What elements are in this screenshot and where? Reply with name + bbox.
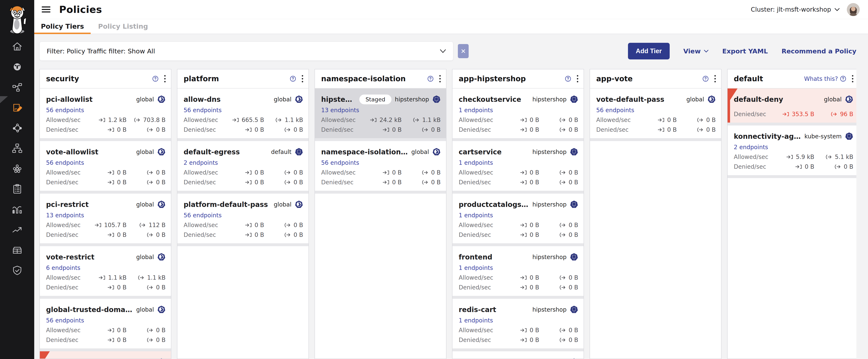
endpoints-link[interactable]: 1 endpoints [459, 265, 493, 271]
traffic-row: Denied/sec0 B0 B [459, 126, 578, 133]
tier-header: default Whats this? [727, 70, 857, 88]
endpoints-link[interactable]: 13 endpoints [46, 212, 84, 219]
policy-card[interactable]: pci-allowlist global 56 endpoints Allowe… [40, 88, 171, 138]
whats-this-link[interactable] [288, 76, 296, 82]
policy-card[interactable]: default-deny global Denied/sec353.5 B96 … [727, 88, 857, 122]
policy-card[interactable]: vote-restrict global 6 endpoints Allowed… [40, 246, 171, 296]
add-tier-button[interactable]: Add Tier [628, 43, 670, 59]
policy-card[interactable]: frontend hipstershop ns 1 endpoints Allo… [453, 246, 584, 296]
policy-scope: global [136, 148, 154, 156]
whats-this-link[interactable]: Whats this? [804, 76, 846, 82]
egress-value: 0 B [680, 126, 716, 133]
traffic-row: Denied/sec0 B0 B [459, 284, 578, 291]
traffic-label: Denied/sec [321, 179, 361, 186]
trends-icon[interactable] [0, 220, 34, 240]
namespace-icon: ns [432, 95, 441, 104]
policy-card[interactable]: vote-allowlist global 56 endpoints Allow… [40, 141, 171, 191]
whats-this-link[interactable] [150, 76, 158, 82]
endpoints-icon[interactable] [0, 138, 34, 159]
logs-icon[interactable] [0, 199, 34, 220]
endpoints-link[interactable]: 1 endpoints [459, 107, 493, 114]
policy-filter-select[interactable]: Filter: Policy Traffic filter: Show All [39, 42, 453, 61]
policy-name: allow-dns [184, 95, 221, 104]
network-icon[interactable] [0, 118, 34, 138]
policy-card[interactable]: productcatalogservice hipstershop ns 1 e… [453, 194, 584, 243]
endpoints-link[interactable]: 56 endpoints [321, 159, 359, 166]
service-graph-icon[interactable] [0, 77, 34, 98]
egress-value: 0 B [130, 126, 165, 133]
policy-card[interactable]: namespace-isolation-default-p… global 56… [315, 141, 446, 191]
kebab-menu-icon[interactable] [714, 75, 716, 83]
endpoints-link[interactable]: 2 endpoints [734, 144, 768, 150]
endpoints-link[interactable]: 56 endpoints [46, 107, 84, 114]
hamburger-menu-icon[interactable] [42, 5, 51, 14]
policy-card[interactable]: allow-dns global 56 endpoints Allowed/se… [177, 88, 309, 138]
traffic-row: Denied/sec0 B0 B [734, 163, 853, 170]
tab-policy-tiers[interactable]: Policy Tiers [34, 19, 91, 34]
traffic-label: Denied/sec [184, 126, 224, 133]
endpoints-link[interactable]: 56 endpoints [46, 159, 84, 166]
policy-card[interactable]: vote-default-pass global 56 endpoints Al… [590, 88, 721, 138]
tier-cards: pci-allowlist global 56 endpoints Allowe… [40, 88, 171, 359]
recommend-policy-button[interactable]: Recommend a Policy [781, 47, 857, 55]
policy-card[interactable]: global-trusted-domains global 56 endpoin… [40, 299, 171, 349]
tab-policy-listing[interactable]: Policy Listing [92, 19, 155, 34]
svg-text:ns: ns [848, 138, 850, 139]
endpoints-link[interactable]: 56 endpoints [184, 107, 222, 114]
ingress-value: 0 B [499, 179, 539, 186]
traffic-label: Allowed/sec [596, 116, 636, 123]
kebab-menu-icon[interactable] [577, 75, 579, 83]
policy-scope: global [136, 96, 154, 103]
whats-this-link[interactable] [701, 76, 709, 82]
egress-value: 0 B [543, 327, 578, 334]
compliance-icon[interactable] [0, 179, 34, 199]
view-dropdown[interactable]: View [683, 47, 709, 55]
endpoints-link[interactable]: 56 endpoints [46, 317, 84, 324]
endpoints-link[interactable]: 1 endpoints [459, 159, 493, 166]
globe-icon [157, 305, 165, 314]
policies-icon[interactable] [0, 98, 34, 118]
policy-card[interactable]: checkoutservice hipstershop ns 1 endpoin… [453, 88, 584, 138]
user-avatar[interactable] [847, 3, 860, 16]
endpoints-link[interactable]: 1 endpoints [459, 212, 493, 219]
main-area: Policies Cluster: jlt-msft-workshop Poli [34, 0, 868, 359]
policy-card[interactable]: konnectivity-agent kube-system ns 2 endp… [727, 126, 857, 175]
endpoints-link[interactable]: 2 endpoints [184, 159, 218, 166]
tier-header: security [40, 70, 171, 88]
policy-card[interactable]: platform-default-pass global 56 endpoint… [177, 194, 309, 243]
svg-text:ns: ns [298, 154, 300, 155]
traffic-label: Allowed/sec [184, 169, 224, 176]
policy-card[interactable]: pci-restrict global 13 endpoints Allowed… [40, 194, 171, 243]
policy-card[interactable]: emailservice hipstershop ns 1 endpoints … [453, 351, 584, 359]
shield-icon[interactable] [0, 260, 34, 281]
traffic-label: Denied/sec [596, 126, 636, 133]
globe-icon [157, 253, 165, 261]
inventory-icon[interactable] [0, 240, 34, 260]
traffic-label: Denied/sec [734, 163, 774, 170]
kebab-menu-icon[interactable] [439, 75, 441, 83]
whats-this-link[interactable] [563, 76, 571, 82]
endpoints-link[interactable]: 56 endpoints [596, 107, 634, 114]
clear-filter-button[interactable]: ✕ [458, 44, 469, 58]
policy-card[interactable]: quarantine global 0 endpoints [40, 351, 171, 359]
policy-card[interactable]: hipstershop-gh… Staged hipstershop ns 13… [315, 88, 446, 138]
endpoints-link[interactable]: 13 endpoints [321, 107, 359, 114]
export-yaml-button[interactable]: Export YAML [722, 47, 768, 55]
traffic-row: Allowed/sec0 B0 B [596, 116, 716, 123]
whats-this-link[interactable] [425, 76, 434, 82]
endpoints-link[interactable]: 56 endpoints [184, 212, 222, 219]
kebab-menu-icon[interactable] [302, 75, 304, 83]
ingress-value: 1.2 kB [86, 116, 127, 123]
endpoints-link[interactable]: 1 endpoints [459, 317, 493, 324]
kebab-menu-icon[interactable] [851, 75, 854, 83]
dashboard-icon[interactable] [0, 57, 34, 77]
policy-card[interactable]: redis-cart hipstershop ns 1 endpoints Al… [453, 299, 584, 349]
home-icon[interactable] [0, 36, 34, 57]
cluster-selector[interactable]: Cluster: jlt-msft-workshop [751, 6, 840, 13]
policy-card[interactable]: default-egress default ns 2 endpoints Al… [177, 141, 309, 191]
policy-card[interactable]: cartservice hipstershop ns 1 endpoints A… [453, 141, 584, 191]
egress-value: 0 B [405, 179, 441, 186]
workloads-icon[interactable] [0, 159, 34, 179]
endpoints-link[interactable]: 6 endpoints [46, 265, 80, 271]
kebab-menu-icon[interactable] [164, 75, 166, 83]
